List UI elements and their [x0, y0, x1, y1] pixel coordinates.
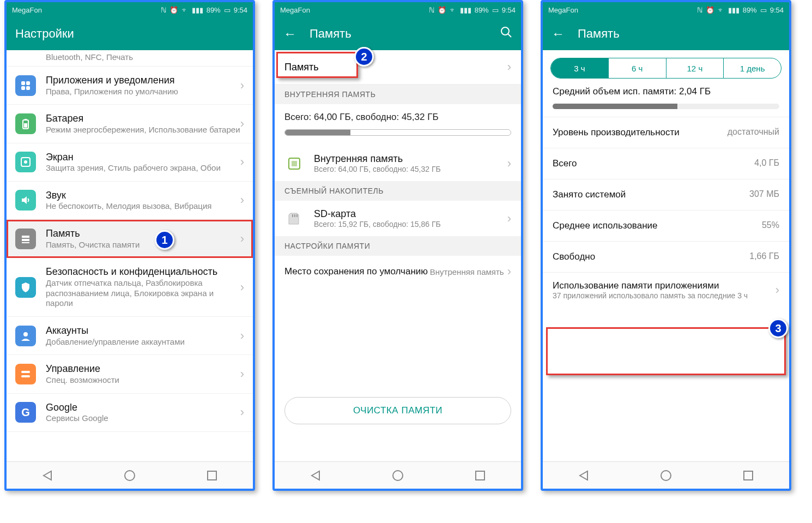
nav-home-icon[interactable] [660, 470, 672, 482]
svg-rect-24 [296, 214, 298, 217]
stat-value: 4,0 ГБ [754, 158, 779, 169]
phone-screen-2: MegaFon ℕ ⏰ ᯤ ▮▮▮ 89% ▭ 9:54 ← Память Па… [272, 0, 523, 491]
svg-point-29 [661, 471, 671, 480]
svg-rect-5 [25, 119, 27, 120]
signal-icon: ▮▮▮ [728, 6, 740, 14]
row-sub: Защита зрения, Стиль рабочего экрана, Об… [46, 163, 240, 173]
settings-row-display[interactable]: ЭкранЗащита зрения, Стиль рабочего экран… [7, 143, 253, 182]
storage-progress [284, 129, 511, 136]
internal-storage-sub: Всего: 64,00 ГБ, свободно: 45,32 ГБ [314, 165, 507, 173]
nav-back-icon[interactable] [578, 470, 590, 482]
svg-rect-17 [208, 471, 216, 480]
internal-storage-row[interactable]: Внутренняя память Всего: 64,00 ГБ, свобо… [275, 146, 521, 181]
default-location-row[interactable]: Место сохранения по умолчанию Внутренняя… [275, 256, 521, 287]
memory-content[interactable]: Память › ВНУТРЕННЯЯ ПАМЯТЬ Всего: 64,00 … [275, 50, 521, 461]
svg-rect-21 [292, 161, 297, 166]
svg-rect-2 [21, 86, 25, 90]
alarm-icon: ⏰ [438, 6, 446, 14]
segment-0[interactable]: 3 ч [551, 58, 609, 78]
chevron-right-icon: › [240, 405, 244, 419]
row-sub: Режим энергосбережения, Использование ба… [46, 125, 240, 135]
settings-row-manage[interactable]: УправлениеСпец. возможности› [7, 355, 253, 393]
chip-icon [284, 154, 304, 173]
clock: 9:54 [770, 6, 784, 14]
battery-pct: 89% [207, 6, 221, 14]
chevron-right-icon: › [507, 212, 511, 226]
display-icon [15, 152, 36, 172]
row-title: Google [46, 401, 240, 414]
phone-screen-1: MegaFon ℕ ⏰ ᯤ ▮▮▮ 89% ▭ 9:54 Настройки B… [4, 0, 255, 491]
segment-3[interactable]: 1 день [724, 58, 781, 78]
settings-row-account[interactable]: АккаунтыДобавление/управление аккаунтами… [7, 317, 253, 355]
nav-back-icon[interactable] [310, 470, 322, 482]
step-badge-3: 3 [768, 318, 788, 338]
settings-row-battery[interactable]: БатареяРежим энергосбережения, Использов… [7, 105, 253, 143]
nav-recent-icon[interactable] [742, 470, 754, 482]
sd-card-icon [284, 209, 304, 229]
battery-pct: 89% [475, 6, 489, 14]
svg-marker-28 [580, 471, 587, 480]
row-title: Звук [46, 189, 240, 202]
svg-line-19 [508, 34, 511, 37]
nav-back-icon[interactable] [41, 470, 53, 482]
G-icon: G [15, 402, 36, 423]
settings-list[interactable]: Bluetooth, NFC, Печать Приложения и увед… [7, 50, 253, 461]
status-bar: MegaFon ℕ ⏰ ᯤ ▮▮▮ 89% ▭ 9:54 [7, 2, 253, 17]
chevron-right-icon: › [240, 79, 244, 93]
stat-value: 55% [762, 220, 779, 231]
svg-rect-10 [22, 239, 29, 241]
account-icon [15, 326, 36, 346]
ram-content[interactable]: 3 ч6 ч12 ч1 день Средний объем исп. памя… [543, 50, 789, 461]
chevron-right-icon: › [507, 60, 511, 74]
settings-row-shield[interactable]: Безопасность и конфиденциальностьДатчик … [7, 258, 253, 317]
stat-key: Среднее использование [553, 220, 762, 231]
nav-home-icon[interactable] [392, 470, 404, 482]
settings-row-G[interactable]: GGoogleСервисы Google› [7, 394, 253, 432]
nav-bar [275, 461, 521, 489]
search-icon[interactable] [500, 26, 512, 41]
segment-1[interactable]: 6 ч [609, 58, 666, 78]
svg-rect-23 [294, 214, 295, 217]
back-icon[interactable]: ← [552, 26, 565, 41]
settings-row-apps[interactable]: Приложения и уведомленияПрава, Приложени… [7, 67, 253, 105]
memory-icon [15, 229, 36, 249]
app-memory-usage-row[interactable]: Использование памяти приложениями 37 при… [543, 272, 789, 308]
stat-key: Уровень производительности [553, 127, 728, 138]
status-right: ℕ ⏰ ᯤ ▮▮▮ 89% ▭ 9:54 [697, 6, 784, 14]
row-title: Приложения и уведомления [46, 74, 240, 87]
page-title: Память [578, 27, 780, 41]
section-settings: НАСТРОЙКИ ПАМЯТИ [275, 236, 521, 256]
time-range-segmented[interactable]: 3 ч6 ч12 ч1 день [550, 58, 781, 79]
carrier-label: MegaFon [548, 6, 578, 14]
nav-recent-icon[interactable] [474, 470, 486, 482]
shield-icon [15, 277, 36, 298]
battery-icon: ▭ [224, 6, 231, 14]
back-icon[interactable]: ← [283, 26, 296, 41]
ram-row[interactable]: Память › [275, 50, 521, 85]
status-right: ℕ ⏰ ᯤ ▮▮▮ 89% ▭ 9:54 [161, 6, 247, 14]
sd-row[interactable]: SD-карта Всего: 15,92 ГБ, свободно: 15,8… [275, 201, 521, 236]
settings-row-memory[interactable]: ПамятьПамять, Очистка памяти› [7, 220, 253, 258]
nfc-icon: ℕ [161, 6, 166, 14]
app-memory-usage-title: Использование памяти приложениями [553, 280, 779, 291]
app-memory-usage-sub: 37 приложений использовало память за пос… [553, 291, 779, 300]
chevron-right-icon: › [507, 264, 511, 279]
app-bar: ← Память [543, 17, 789, 50]
nav-recent-icon[interactable] [206, 470, 218, 482]
svg-rect-27 [476, 471, 484, 480]
row-sub: Добавление/управление аккаунтами [46, 337, 240, 347]
clean-memory-button[interactable]: ОЧИСТКА ПАМЯТИ [284, 397, 511, 424]
stat-value: 1,66 ГБ [749, 251, 779, 262]
storage-total-text: Всего: 64,00 ГБ, свободно: 45,32 ГБ [284, 112, 511, 123]
settings-row-sound[interactable]: ЗвукНе беспокоить, Мелодия вызова, Вибра… [7, 182, 253, 220]
segment-2[interactable]: 12 ч [666, 58, 724, 78]
page-title: Настройки [15, 27, 244, 41]
ram-stat-row-0: Уровень производительностидостаточный [543, 117, 789, 148]
svg-point-16 [125, 471, 135, 480]
svg-rect-1 [26, 81, 30, 85]
chevron-right-icon: › [240, 155, 244, 169]
nav-home-icon[interactable] [124, 470, 136, 482]
avg-ram-label: Средний объем исп. памяти: 2,04 ГБ [543, 86, 789, 104]
nav-bar [7, 461, 253, 489]
svg-point-8 [24, 160, 27, 164]
